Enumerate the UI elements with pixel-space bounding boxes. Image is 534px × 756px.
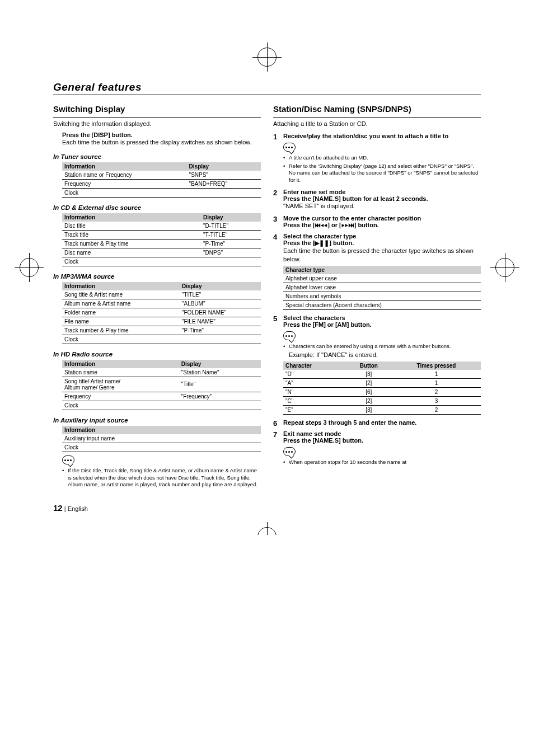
step3-title: Move the cursor to the enter character p… [283,215,481,222]
table-row: Alphabet upper case [283,274,481,283]
tuner-heading: In Tuner source [53,153,261,160]
crop-mark-left [20,258,39,277]
table-row: File name"FILE NAME" [62,317,261,326]
table-row: Song title/ Artist name/ Album name/ Gen… [62,377,261,392]
step5-press: Press the [FM] or [AM] button. [283,321,481,328]
step1-note1: A title can't be attached to an MD. [283,154,481,162]
cd-table: InformationDisplay Disc title"D-TITLE" T… [62,213,261,266]
table-row: Alphabet lower case [283,283,481,292]
table-row: Numbers and symbols [283,292,481,300]
aux-table: Information Auxiliary input name Clock [62,426,261,452]
crop-mark-top [257,48,277,67]
step-3: 3 Move the cursor to the enter character… [273,215,481,228]
step-7: 7 Exit name set mode Press the [NAME.S] … [273,430,481,466]
col-display: Display [187,162,261,171]
hd-heading: In HD Radio source [53,351,261,358]
step3-press: Press the [⏮◀◀] or [▶▶⏭] button. [283,222,481,228]
table-row: Clock [62,401,261,410]
table-row: Auxiliary input name [62,434,261,443]
cd-heading: In CD & External disc source [53,204,261,211]
page-footer: 12 | English [53,503,481,513]
note-icon [62,456,74,464]
hd-table: InformationDisplay Station name"Station … [62,360,261,410]
table-row: Clock [62,257,261,266]
note-icon [283,447,296,456]
note-icon [283,331,296,340]
footer-sep: | [64,505,66,512]
table-row: Clock [62,335,261,344]
table-row: Clock [62,443,261,452]
press-disp: Press the [DISP] button. [62,132,261,138]
table-row: Album name & Artist name"ALBUM" [62,299,261,308]
table-row: "E"[3]2 [283,406,481,415]
table-row: Folder name"FOLDER NAME" [62,308,261,317]
col-information: Information [62,162,187,171]
step7-note: When operation stops for 10 seconds the … [283,459,481,466]
step4-body: Each time the button is pressed the char… [283,247,481,264]
tuner-table: InformationDisplay Station name or Frequ… [62,162,261,198]
table-row: Disc title"D-TITLE" [62,222,261,231]
footer-lang: English [68,505,88,512]
step2-body: "NAME SET" is displayed. [283,202,481,210]
step1-note2: Refer to the 'Switching Display' (page 1… [283,163,481,184]
table-row: Frequency"Frequency" [62,392,261,401]
step5-example: Example: If "DANCE" is entered. [289,351,481,359]
crop-mark-bottom [257,527,277,535]
step5-note: Characters can be entered by using a rem… [283,343,481,350]
table-row: "A"[2]1 [283,379,481,388]
table-row: Song title & Artist name"TITLE" [62,290,261,299]
character-entry-table: CharacterButtonTimes pressed "D"[3]1 "A"… [283,361,481,415]
step1-title: Receive/play the station/disc you want t… [283,133,481,139]
left-column: Switching Display Switching the informat… [53,102,261,490]
page-number: 12 [53,503,63,513]
section-switching-display: Switching Display [53,104,261,114]
press-body: Each time the button is pressed the disp… [62,138,261,147]
step7-press: Press the [NAME.S] button. [283,437,481,444]
table-row: "C"[2]3 [283,397,481,406]
step4-press: Press the [▶❚❚] button. [283,240,481,247]
table-row: Track number & Play time"P-Time" [62,239,261,248]
page-title: General features [53,81,481,93]
aux-heading: In Auxiliary input source [53,417,261,424]
step6-title: Repeat steps 3 through 5 and enter the n… [283,419,481,426]
table-row: "D"[3]1 [283,370,481,379]
table-row: Station name"Station Name" [62,368,261,377]
step-1: 1 Receive/play the station/disc you want… [273,133,481,184]
step-2: 2 Enter name set mode Press the [NAME.S]… [273,189,481,210]
table-row: Disc name"DNPS" [62,248,261,257]
note-icon [283,143,296,152]
table-row: Frequency"BAND+FREQ" [62,179,261,188]
switching-intro: Switching the information displayed. [53,120,261,128]
table-row: Special characters (Accent characters) [283,300,481,309]
table-row: Track number & Play time"P-Time" [62,326,261,335]
crop-mark-right [495,258,514,277]
step-5: 5 Select the characters Press the [FM] o… [273,314,481,415]
step2-press: Press the [NAME.S] button for at least 2… [283,195,481,202]
table-row: Clock [62,188,261,197]
mp3-heading: In MP3/WMA source [53,273,261,280]
step7-title: Exit name set mode [283,430,481,437]
left-note: If the Disc title, Track title, Song tit… [62,467,261,489]
character-type-table: Character type Alphabet upper case Alpha… [283,266,481,310]
right-column: Station/Disc Naming (SNPS/DNPS) Attachin… [273,102,481,490]
step-6: 6 Repeat steps 3 through 5 and enter the… [273,419,481,426]
snps-intro: Attaching a title to a Station or CD. [273,120,481,128]
table-row: Station name or Frequency"SNPS" [62,171,261,180]
table-row: "N"[6]2 [283,388,481,397]
step5-title: Select the characters [283,314,481,321]
mp3-table: InformationDisplay Song title & Artist n… [62,282,261,344]
step-4: 4 Select the character type Press the [▶… [273,233,481,310]
section-snps-dnps: Station/Disc Naming (SNPS/DNPS) [273,104,481,114]
table-row: Track title"T-TITLE" [62,230,261,239]
page-header: General features [53,81,481,95]
step2-title: Enter name set mode [283,189,481,195]
step4-title: Select the character type [283,233,481,240]
